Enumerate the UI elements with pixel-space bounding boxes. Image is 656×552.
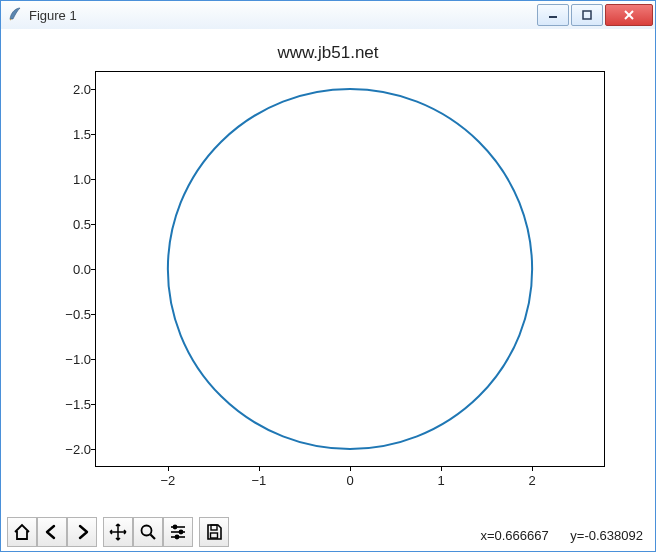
x-tick-mark — [441, 467, 442, 471]
forward-button[interactable] — [67, 517, 97, 547]
zoom-button[interactable] — [133, 517, 163, 547]
y-tick-label: 0.5 — [57, 217, 91, 232]
svg-point-10 — [173, 525, 176, 528]
window-buttons — [537, 4, 655, 26]
y-tick-label: 2.0 — [57, 82, 91, 97]
svg-rect-1 — [583, 11, 591, 19]
y-tick-mark — [91, 314, 95, 315]
svg-rect-14 — [211, 533, 218, 538]
plot-canvas[interactable]: www.jb51.net −2.0−1.5−1.0−0.50.00.51.01.… — [9, 37, 647, 515]
y-tick-label: −2.0 — [57, 442, 91, 457]
x-tick-label: 2 — [512, 473, 552, 488]
svg-line-6 — [151, 535, 156, 540]
y-tick-label: 0.0 — [57, 262, 91, 277]
x-tick-mark — [259, 467, 260, 471]
close-button[interactable] — [605, 4, 653, 26]
pan-button[interactable] — [103, 517, 133, 547]
y-tick-mark — [91, 269, 95, 270]
window-title: Figure 1 — [29, 8, 77, 23]
home-button[interactable] — [7, 517, 37, 547]
minimize-button[interactable] — [537, 4, 569, 26]
maximize-button[interactable] — [571, 4, 603, 26]
svg-point-12 — [175, 535, 178, 538]
client-area: www.jb51.net −2.0−1.5−1.0−0.50.00.51.01.… — [1, 29, 655, 551]
x-tick-label: 1 — [421, 473, 461, 488]
y-tick-label: −1.0 — [57, 352, 91, 367]
y-tick-mark — [91, 359, 95, 360]
plot-title: www.jb51.net — [9, 43, 647, 63]
x-tick-mark — [168, 467, 169, 471]
status-x: x=0.666667 — [480, 528, 548, 543]
back-button[interactable] — [37, 517, 67, 547]
y-tick-label: −1.5 — [57, 397, 91, 412]
y-tick-mark — [91, 179, 95, 180]
y-tick-mark — [91, 134, 95, 135]
status-y: y=-0.638092 — [570, 528, 643, 543]
app-icon — [7, 6, 23, 25]
save-button[interactable] — [199, 517, 229, 547]
x-tick-label: −2 — [148, 473, 188, 488]
y-tick-mark — [91, 449, 95, 450]
titlebar[interactable]: Figure 1 — [1, 1, 655, 30]
subplots-button[interactable] — [163, 517, 193, 547]
y-tick-label: 1.5 — [57, 127, 91, 142]
x-tick-label: −1 — [239, 473, 279, 488]
y-tick-label: 1.0 — [57, 172, 91, 187]
toolbar — [7, 517, 235, 547]
x-tick-mark — [350, 467, 351, 471]
y-tick-mark — [91, 89, 95, 90]
y-tick-label: −0.5 — [57, 307, 91, 322]
x-tick-label: 0 — [330, 473, 370, 488]
svg-point-4 — [168, 89, 532, 449]
plot-line — [95, 71, 605, 467]
app-window: Figure 1 www.jb51.net −2.0−1.5−1.0−0.50.… — [0, 0, 656, 552]
y-tick-mark — [91, 404, 95, 405]
status-bar: x=0.666667 y=-0.638092 — [462, 528, 643, 543]
svg-point-11 — [179, 530, 182, 533]
x-tick-mark — [532, 467, 533, 471]
y-tick-mark — [91, 224, 95, 225]
svg-point-5 — [142, 526, 152, 536]
